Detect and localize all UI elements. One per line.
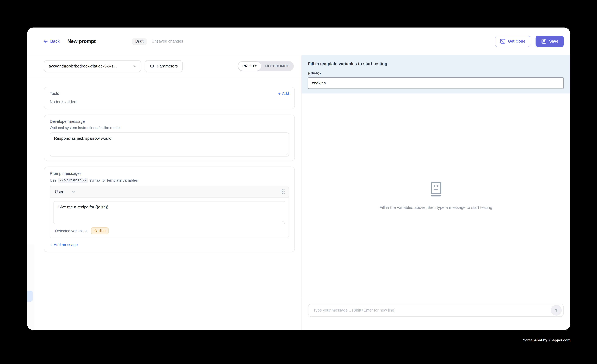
composer-box [308, 303, 564, 317]
toggle-option-pretty[interactable]: PRETTY [238, 62, 261, 71]
save-button[interactable]: Save [535, 36, 564, 47]
editor-content: Tools + Add No tools added Developer mes… [27, 77, 301, 330]
unsaved-changes-text: Unsaved changes [152, 39, 183, 44]
chat-empty-text: Fill in the variables above, then type a… [379, 205, 492, 210]
developer-message-section: Developer message Optional system instru… [44, 115, 295, 161]
variable-syntax-chip: {{variable}} [58, 178, 88, 183]
send-button[interactable] [551, 305, 562, 316]
gear-icon: ⚙ [150, 64, 154, 69]
add-message-button[interactable]: + Add message [50, 243, 289, 247]
back-label: Back [50, 39, 60, 44]
message-body: Give me a recipe for {{dish}} Detected v… [50, 197, 289, 238]
model-selector-value: aws/anthropic/bedrock-claude-3-5-s... [49, 64, 133, 68]
parameters-label: Parameters [157, 64, 178, 68]
detected-variables-row: Detected variables: ✎ dish [54, 228, 285, 234]
chevron-down-icon [71, 190, 75, 194]
parameters-button[interactable]: ⚙ Parameters [145, 60, 183, 72]
variable-badge-name: dish [99, 229, 106, 233]
subtitle-prefix: Use [50, 178, 57, 182]
back-button[interactable]: Back [43, 39, 60, 44]
model-selector[interactable]: aws/anthropic/bedrock-claude-3-5-s... [44, 60, 141, 72]
subtitle-suffix: syntax for template variables [89, 178, 138, 182]
header-actions: Get Code Save [495, 36, 564, 47]
developer-message-title: Developer message [50, 119, 289, 124]
prompt-message-item: User G [50, 186, 289, 238]
screenshot-stage: Back New prompt Draft Unsaved changes Ge… [0, 0, 597, 364]
prompt-messages-title: Prompt messages [50, 171, 289, 176]
pencil-icon: ✎ [94, 229, 97, 233]
page-title: New prompt [67, 38, 96, 44]
tools-empty-text: No tools added [50, 100, 289, 104]
drag-handle-icon[interactable] [282, 189, 284, 194]
prompt-messages-section: Prompt messages Use {{variable}} syntax … [44, 167, 295, 252]
editor-toolbar: aws/anthropic/bedrock-claude-3-5-s... ⚙ … [27, 55, 301, 77]
message-content-input[interactable]: Give me a recipe for {{dish}} [54, 201, 285, 224]
detected-variables-label: Detected variables: [55, 229, 88, 233]
composer-area [301, 298, 570, 330]
chevron-down-icon [133, 64, 137, 68]
tools-title: Tools [50, 91, 59, 96]
get-code-label: Get Code [508, 39, 525, 44]
editor-pane: aws/anthropic/bedrock-claude-3-5-s... ⚙ … [27, 55, 301, 330]
arrow-up-icon [554, 308, 559, 313]
collapsed-sidebar [27, 245, 34, 330]
template-variables-panel: Fill in template variables to start test… [301, 55, 570, 93]
role-selector-value: User [55, 190, 63, 194]
add-tool-label: Add [282, 91, 289, 96]
plus-icon: + [278, 91, 281, 96]
variable-field-label: {{dish}} [308, 71, 564, 75]
save-label: Save [549, 39, 558, 44]
terminal-icon [500, 39, 505, 44]
app-window: Back New prompt Draft Unsaved changes Ge… [27, 28, 570, 330]
message-header: User [50, 186, 289, 197]
tools-header: Tools + Add [50, 91, 289, 96]
add-tool-button[interactable]: + Add [278, 91, 289, 96]
plus-icon: + [50, 243, 52, 247]
variable-value-input[interactable] [308, 77, 564, 89]
template-variables-heading: Fill in template variables to start test… [308, 61, 564, 66]
main-split: aws/anthropic/bedrock-claude-3-5-s... ⚙ … [27, 55, 570, 330]
tools-section: Tools + Add No tools added [44, 87, 295, 109]
developer-message-field-wrap: Respond as jack sparrow would [50, 132, 289, 157]
view-mode-toggle: PRETTY DOTPROMPT [238, 61, 294, 71]
sidebar-active-item [27, 291, 32, 302]
app-header: Back New prompt Draft Unsaved changes Ge… [27, 28, 570, 55]
toggle-option-dotprompt[interactable]: DOTPROMPT [261, 62, 293, 71]
arrow-left-icon [43, 39, 48, 44]
message-field-wrap: Give me a recipe for {{dish}} [54, 201, 285, 224]
chat-message-input[interactable] [313, 308, 551, 312]
watermark-text: Screenshot by Xnapper.com [523, 338, 570, 342]
get-code-button[interactable]: Get Code [495, 36, 530, 47]
save-icon [541, 38, 547, 44]
role-selector[interactable]: User [55, 190, 75, 194]
variable-badge[interactable]: ✎ dish [91, 228, 109, 234]
bot-face-icon [429, 182, 442, 197]
add-message-label: Add message [54, 243, 78, 247]
prompt-messages-subtitle: Use {{variable}} syntax for template var… [50, 178, 289, 183]
chat-empty-state: Fill in the variables above, then type a… [301, 93, 570, 298]
status-badge: Draft [132, 38, 147, 45]
developer-message-subtitle: Optional system instructions for the mod… [50, 126, 289, 130]
developer-message-input[interactable]: Respond as jack sparrow would [50, 132, 289, 157]
tester-pane: Fill in template variables to start test… [301, 55, 570, 330]
